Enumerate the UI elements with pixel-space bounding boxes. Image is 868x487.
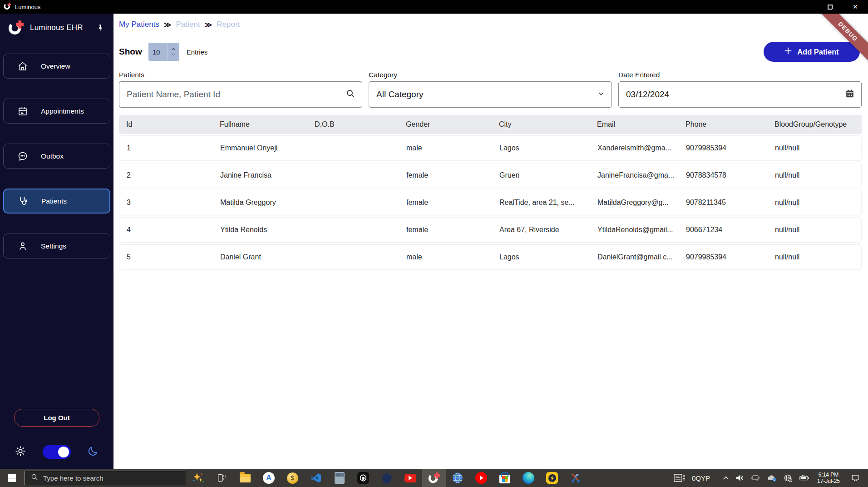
- cell-city: Lagos: [492, 253, 590, 261]
- patient-search-input[interactable]: [127, 89, 341, 99]
- sidebar-item-settings[interactable]: Settings: [3, 234, 110, 258]
- vscode-icon[interactable]: [304, 469, 328, 487]
- add-patient-button[interactable]: Add Patient: [764, 42, 860, 62]
- android-studio-icon[interactable]: A: [257, 469, 281, 487]
- brand-name: Luminous EHR: [30, 23, 89, 32]
- calendar-picker-icon[interactable]: [845, 89, 855, 100]
- plus-icon: [784, 47, 792, 56]
- snip-app-icon[interactable]: [564, 469, 587, 487]
- search-icon[interactable]: [345, 89, 355, 100]
- onedrive-cloud-icon[interactable]: [764, 469, 780, 487]
- logout-button[interactable]: Log Out: [14, 409, 99, 427]
- theme-toggle[interactable]: [43, 445, 71, 459]
- edge-icon[interactable]: [517, 469, 540, 487]
- table-row[interactable]: 4 Ytilda Renolds female Area 67, Riversi…: [119, 217, 862, 243]
- stepper-down-icon[interactable]: [171, 53, 176, 56]
- taskbar-search[interactable]: [25, 471, 186, 485]
- breadcrumb-report[interactable]: Report: [217, 20, 240, 29]
- date-input-box[interactable]: [618, 81, 862, 108]
- category-value: All Category: [376, 89, 592, 99]
- cell-id: 2: [119, 171, 213, 179]
- cell-gender: male: [399, 144, 492, 152]
- sidebar-item-overview[interactable]: Overview: [3, 54, 110, 79]
- taskbar-search-input[interactable]: [43, 474, 180, 482]
- cell-email: MatildaGreggory@g...: [590, 199, 679, 207]
- close-button[interactable]: ✕: [843, 0, 868, 14]
- volume-icon[interactable]: [733, 469, 747, 487]
- ime-icon[interactable]: [671, 469, 688, 487]
- calculator-icon[interactable]: [328, 469, 351, 487]
- column-header-city: City: [492, 120, 590, 129]
- search-icon: [30, 473, 39, 483]
- cell-bloodgroup: null/null: [768, 144, 861, 152]
- table-row[interactable]: 3 Matilda Greggory female RealTide, area…: [119, 190, 862, 215]
- cell-phone: 9078834578: [679, 171, 768, 179]
- table-row[interactable]: 1 Emmanuel Onyeji male Lagos Xanderelsmi…: [119, 135, 862, 161]
- sidebar-item-label: Settings: [41, 242, 66, 250]
- column-header-dob: D.O.B: [307, 120, 399, 129]
- pin-icon[interactable]: [95, 23, 105, 33]
- stepper-up-icon[interactable]: [171, 48, 176, 51]
- yellow-app-icon[interactable]: [540, 469, 564, 487]
- table-header: Id Fullname D.O.B Gender City Email Phon…: [119, 115, 862, 134]
- network-globe-offline-icon[interactable]: [781, 469, 795, 487]
- patients-filter-label: Patients: [119, 71, 362, 79]
- taskbar-clock[interactable]: 6:14 PM 17-Jul-25: [814, 472, 843, 484]
- coin-app-icon[interactable]: $: [281, 469, 304, 487]
- cell-phone: 9079985394: [679, 253, 768, 261]
- globe-app-icon[interactable]: [446, 469, 469, 487]
- cell-id: 4: [119, 226, 213, 234]
- microsoft-store-icon[interactable]: [493, 469, 517, 487]
- maximize-button[interactable]: [817, 0, 843, 14]
- brand-logo-icon: [8, 20, 24, 35]
- battery-charging-icon[interactable]: [796, 469, 813, 487]
- patient-search-box[interactable]: [119, 81, 362, 108]
- cell-fullname: Emmanuel Onyeji: [213, 144, 308, 152]
- table-body: 1 Emmanuel Onyeji male Lagos Xanderelsmi…: [119, 135, 862, 270]
- task-view-icon[interactable]: [210, 469, 233, 487]
- action-center-icon[interactable]: [844, 469, 866, 487]
- copilot-icon[interactable]: [186, 469, 210, 487]
- sidebar-item-label: Appointments: [41, 107, 84, 115]
- category-select[interactable]: All Category: [369, 81, 612, 108]
- cell-email: JanineFrancisa@gma...: [590, 171, 679, 179]
- show-label: Show: [119, 47, 142, 57]
- person-icon: [17, 241, 28, 252]
- start-button[interactable]: [0, 469, 24, 487]
- table-row[interactable]: 5 Daniel Grant male Lagos DanielGrant@gm…: [119, 244, 862, 270]
- luminous-app-icon[interactable]: [422, 469, 446, 487]
- breadcrumb: My Patients ≫ Patient ≫ Report: [119, 20, 862, 29]
- unity-icon[interactable]: [375, 469, 399, 487]
- unity-hub-icon[interactable]: [351, 469, 375, 487]
- entries-value[interactable]: 10: [148, 43, 168, 61]
- youtube-music-icon[interactable]: [469, 469, 493, 487]
- sidebar-item-outbox[interactable]: Outbox: [3, 144, 110, 169]
- breadcrumb-my-patients[interactable]: My Patients: [119, 20, 159, 29]
- clock-time: 6:14 PM: [817, 472, 840, 478]
- hidden-icons-chevron[interactable]: [720, 469, 732, 487]
- cell-fullname: Matilda Greggory: [213, 199, 308, 207]
- entries-stepper[interactable]: 10: [148, 43, 179, 61]
- sidebar-item-label: Overview: [41, 62, 70, 70]
- sidebar-item-appointments[interactable]: Appointments: [3, 99, 110, 124]
- breadcrumb-patient[interactable]: Patient: [176, 20, 200, 29]
- youtube-icon[interactable]: [399, 469, 422, 487]
- cast-device-icon[interactable]: [748, 469, 763, 487]
- file-explorer-icon[interactable]: [233, 469, 257, 487]
- ime-label[interactable]: 0QYP: [689, 469, 713, 487]
- window-title: Luminous: [15, 4, 40, 10]
- sidebar-item-patients[interactable]: Patients: [3, 189, 110, 214]
- sidebar-item-label: Patients: [41, 197, 67, 205]
- cell-phone: 9079985394: [679, 144, 768, 152]
- cell-city: Gruen: [492, 171, 590, 179]
- calendar-icon: [17, 106, 28, 117]
- table-row[interactable]: 2 Janine Francisa female Gruen JanineFra…: [119, 163, 862, 188]
- cell-fullname: Janine Francisa: [213, 171, 308, 179]
- minimize-button[interactable]: [792, 0, 817, 14]
- chevrons-right-icon: ≫: [164, 20, 172, 29]
- date-input[interactable]: [626, 89, 840, 99]
- cell-fullname: Ytilda Renolds: [213, 226, 308, 234]
- cell-id: 3: [119, 199, 213, 207]
- patients-table: Id Fullname D.O.B Gender City Email Phon…: [119, 115, 862, 270]
- cell-gender: male: [399, 253, 492, 261]
